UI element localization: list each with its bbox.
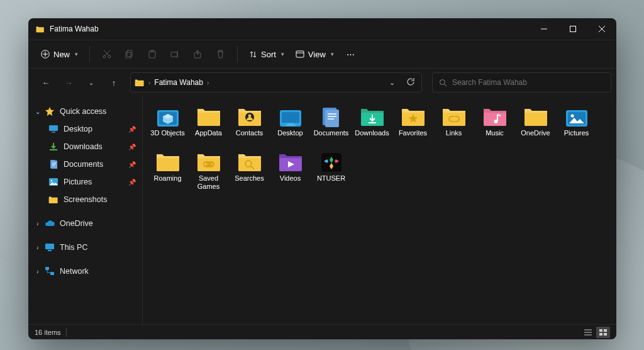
svg-point-2 (103, 55, 106, 58)
details-view-button[interactable] (581, 327, 595, 338)
sidebar-onedrive[interactable]: › OneDrive (28, 215, 142, 232)
svg-rect-10 (296, 51, 304, 57)
item-count: 16 items (35, 329, 61, 336)
favorites-icon (400, 105, 426, 128)
folder-item[interactable]: Desktop (270, 104, 310, 147)
folder-icon (196, 105, 222, 128)
address-dropdown[interactable]: ⌄ (387, 79, 397, 87)
back-button[interactable]: ← (36, 72, 56, 93)
folder-item[interactable]: Saved Games (189, 149, 228, 192)
rename-button[interactable] (164, 43, 186, 65)
folder-item[interactable]: AppData (189, 104, 228, 147)
svg-rect-8 (171, 52, 177, 57)
view-button[interactable]: View ▾ (291, 47, 339, 62)
folder-item[interactable]: NTUSER (311, 149, 351, 192)
breadcrumb[interactable]: Fatima Wahab (154, 78, 203, 87)
forward-button[interactable]: → (58, 72, 79, 93)
sidebar-item-desktop[interactable]: Desktop📌 (28, 120, 142, 138)
games-icon (196, 150, 222, 173)
searches-icon (236, 150, 263, 173)
search-input[interactable] (452, 78, 604, 87)
refresh-button[interactable] (404, 77, 418, 88)
new-button[interactable]: New ▾ (36, 47, 83, 62)
folder-item[interactable]: Searches (230, 149, 269, 192)
item-label: Desktop (277, 129, 303, 137)
chevron-down-icon: ▾ (331, 51, 334, 57)
sidebar-item-label: Screenshots (64, 195, 107, 204)
svg-point-11 (440, 79, 445, 84)
cut-button[interactable] (96, 43, 118, 65)
navbar: ← → ⌄ ↑ › Fatima Wahab › ⌄ (28, 69, 616, 96)
music-icon (482, 105, 508, 128)
sidebar-item-pictures[interactable]: Pictures📌 (28, 173, 142, 191)
item-label: OneDrive (521, 129, 550, 137)
folder-item[interactable]: 3D Objects (148, 104, 187, 147)
item-label: Favorites (399, 129, 427, 137)
sidebar-item-downloads[interactable]: Downloads📌 (28, 138, 142, 155)
chevron-right-icon: › (33, 220, 42, 227)
close-button[interactable] (587, 18, 616, 40)
folder-item[interactable]: Downloads (352, 104, 392, 147)
sort-label: Sort (261, 50, 276, 59)
sidebar-item-documents[interactable]: Documents📌 (28, 155, 142, 173)
up-button[interactable]: ↑ (104, 72, 124, 93)
chevron-right-icon: › (33, 244, 42, 251)
svg-rect-12 (49, 125, 58, 131)
pc-icon (45, 242, 55, 252)
item-label: Downloads (355, 129, 389, 137)
folder-item[interactable]: Contacts (230, 104, 269, 147)
folder-item[interactable]: Favorites (393, 104, 433, 147)
item-label: Saved Games (189, 174, 228, 191)
sidebar-item-label: Desktop (64, 125, 92, 133)
titlebar: Fatima Wahab (28, 18, 616, 40)
folder-item[interactable]: Music (475, 104, 514, 147)
network-label: Network (60, 267, 89, 276)
delete-button[interactable] (209, 43, 231, 65)
toolbar-divider (89, 46, 90, 62)
minimize-button[interactable] (530, 18, 558, 40)
videos-icon (277, 150, 304, 173)
sidebar-network[interactable]: › Network (28, 262, 142, 280)
folder-icon (155, 150, 181, 173)
window-title: Fatima Wahab (50, 25, 530, 33)
sidebar-item-screenshots[interactable]: Screenshots (28, 191, 142, 208)
recent-button[interactable]: ⌄ (81, 72, 101, 93)
3d-icon (155, 105, 181, 128)
folder-item[interactable]: OneDrive (516, 104, 555, 147)
folder-icon (135, 78, 145, 87)
quick-access-label: Quick access (60, 107, 106, 116)
maximize-button[interactable] (558, 18, 587, 40)
content-area[interactable]: 3D ObjectsAppDataContactsDesktopDocument… (143, 96, 616, 324)
breadcrumb-separator: › (148, 79, 150, 86)
svg-rect-0 (570, 26, 576, 32)
more-button[interactable]: ⋯ (340, 43, 362, 65)
toolbar-divider (237, 46, 238, 62)
svg-point-3 (108, 55, 111, 58)
pin-icon: 📌 (128, 144, 136, 150)
sidebar-quick-access[interactable]: ⌄ Quick access (28, 103, 142, 120)
item-label: Documents (314, 129, 349, 137)
svg-rect-5 (126, 52, 131, 59)
icons-view-button[interactable] (596, 327, 610, 338)
contacts-icon (236, 105, 263, 128)
chevron-down-icon: ▾ (75, 51, 78, 57)
svg-rect-43 (599, 333, 602, 336)
folder-item[interactable]: Videos (270, 149, 310, 192)
folder-item[interactable]: Documents (311, 104, 351, 147)
folder-item[interactable]: Links (434, 104, 474, 147)
sidebar-thispc[interactable]: › This PC (28, 239, 142, 256)
file-explorer-window: Fatima Wahab New ▾ Sort ▾ View ▾ ⋯ (28, 18, 616, 339)
svg-rect-28 (287, 123, 294, 125)
paste-button[interactable] (142, 43, 163, 65)
chevron-right-icon: › (33, 268, 42, 275)
folder-item[interactable]: Pictures (557, 104, 596, 147)
folder-item[interactable]: Roaming (148, 149, 187, 192)
sort-button[interactable]: Sort ▾ (244, 47, 289, 62)
svg-rect-18 (45, 244, 54, 249)
search-box[interactable] (432, 72, 611, 93)
copy-button[interactable] (119, 43, 140, 65)
downloadsg-icon (359, 105, 386, 128)
share-button[interactable] (187, 43, 208, 65)
address-bar[interactable]: › Fatima Wahab › ⌄ (130, 72, 422, 93)
svg-rect-41 (599, 329, 602, 332)
